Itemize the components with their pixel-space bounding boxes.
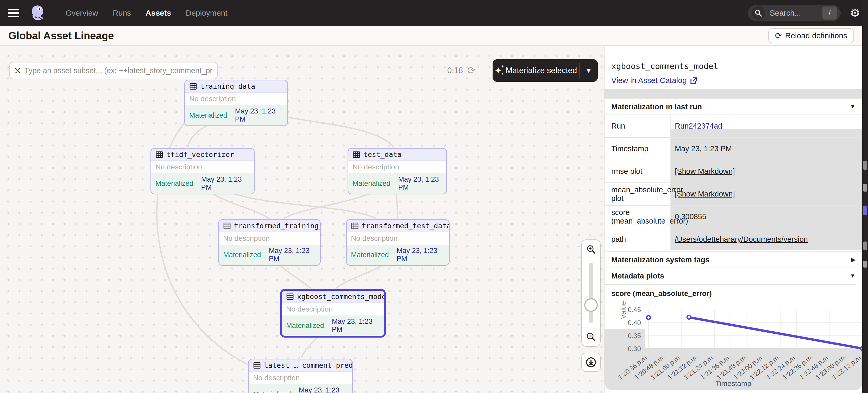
asset-node-tfidf-vectorizer[interactable]: tfidf_vectorizer No description Material…	[151, 148, 255, 194]
zoom-slider-track[interactable]	[589, 263, 593, 323]
sparkle-icon: ✦✦✦	[495, 66, 502, 75]
run-id-link[interactable]: 242374ad	[689, 122, 722, 130]
asset-node-status: Materialized	[253, 390, 291, 393]
section-materialization-last-run[interactable]: Materialization in last run ▼	[604, 98, 862, 114]
zoom-in-button[interactable]	[582, 240, 600, 259]
table-icon	[352, 151, 360, 159]
table-row-timestamp: Timestamp May 23, 1:23 PM	[604, 137, 862, 160]
table-icon	[155, 151, 163, 159]
asset-node-description: No description	[219, 232, 320, 244]
asset-subset-input[interactable]: Type an asset subset... (ex: ++latest_st…	[9, 62, 218, 79]
asset-node-transformed-training-data[interactable]: transformed_training_data No description…	[218, 219, 321, 266]
refresh-graph-icon[interactable]: ⟳	[467, 66, 475, 75]
search-shortcut-badge: /	[823, 6, 837, 20]
table-row-path: path /Users/odetteharary/Documents/versi…	[604, 228, 862, 250]
asset-node-status: Materialized	[223, 251, 261, 259]
asset-node-name: training_data	[200, 82, 255, 90]
show-markdown-link[interactable]: [Show Markdown]	[671, 160, 862, 183]
section-materialization-system-tags[interactable]: Materialization system tags ▶	[604, 252, 862, 267]
materialize-selected-button[interactable]: ✦✦✦ Materialize selected ▼	[493, 59, 598, 82]
view-in-asset-catalog-link[interactable]: View in Asset Catalog	[611, 76, 697, 85]
asset-node-status: Materialized	[155, 179, 193, 188]
refresh-timer: 0:18	[447, 66, 463, 75]
asset-node-description: No description	[151, 161, 254, 173]
asset-node-description: No description	[249, 372, 352, 384]
asset-lineage-graph: Type an asset subset... (ex: ++latest_st…	[0, 46, 604, 393]
page-header: Global Asset Lineage ⟳ Reload definition…	[0, 26, 868, 46]
asset-subset-placeholder: Type an asset subset... (ex: ++latest_st…	[25, 66, 212, 75]
refresh-icon: ⟳	[775, 32, 782, 40]
asset-graph-icon	[14, 66, 21, 75]
asset-node-description: No description	[348, 161, 446, 173]
dagster-logo[interactable]	[30, 4, 47, 22]
top-nav: Overview Runs Assets Deployment Search..…	[0, 0, 868, 26]
chart-y-tick: 0.35	[623, 332, 641, 340]
chart-plot-area	[645, 310, 862, 349]
asset-node-timestamp: May 23, 1:23 PM	[398, 175, 442, 192]
table-row-rmse-plot: rmse plot [Show Markdown]	[604, 160, 862, 183]
section-metadata-plots[interactable]: Metadata plots ▼	[604, 267, 862, 284]
page-title: Global Asset Lineage	[8, 30, 114, 42]
asset-node-description: No description	[347, 232, 449, 244]
table-icon	[253, 361, 261, 369]
asset-node-timestamp: May 23, 1:23 PM	[201, 175, 250, 192]
search-input[interactable]: Search... /	[748, 5, 841, 21]
external-link-icon	[690, 77, 697, 84]
asset-node-name: xgboost_comments_model	[297, 293, 386, 301]
asset-node-timestamp: May 23, 1:23 PM	[397, 247, 445, 263]
asset-node-name: tfidf_vectorizer	[166, 151, 234, 159]
asset-name-title: xgboost_comments_model	[611, 61, 718, 71]
chevron-down-icon: ▼	[850, 103, 856, 110]
plot-title: score (mean_absolute_error)	[604, 284, 856, 302]
table-row-mae-plot: mean_absolute_error plot [Show Markdown]	[604, 183, 862, 205]
graph-zoom-controls	[581, 239, 600, 347]
show-markdown-link[interactable]: [Show Markdown]	[671, 183, 862, 205]
chart-y-tick: 0.40	[623, 319, 641, 327]
download-graph-button[interactable]	[581, 353, 600, 372]
score-line-chart: Value Timestamp 0.450.400.350.301:20:36 …	[604, 302, 862, 393]
table-icon	[351, 222, 359, 230]
search-icon	[752, 6, 765, 20]
asset-node-description: No description	[282, 303, 384, 316]
asset-node-timestamp: May 23, 1:23 PM	[235, 107, 283, 123]
nav-tab-runs[interactable]: Runs	[113, 9, 131, 18]
zoom-out-button[interactable]	[582, 327, 600, 346]
chart-x-axis-label: Timestamp	[604, 380, 862, 388]
hamburger-menu-icon[interactable]	[8, 9, 19, 17]
nav-tab-overview[interactable]: Overview	[66, 9, 98, 18]
gear-icon[interactable]: ⚙	[850, 7, 860, 19]
path-link[interactable]: /Users/odetteharary/Documents/version	[671, 228, 862, 250]
asset-node-training-data[interactable]: training_data No description Materialize…	[184, 79, 288, 126]
asset-node-status: Materialized	[189, 111, 227, 120]
zoom-slider-handle[interactable]	[584, 298, 598, 312]
table-icon	[286, 293, 294, 301]
reload-definitions-button[interactable]: ⟳ Reload definitions	[768, 28, 854, 43]
search-placeholder: Search...	[770, 9, 823, 18]
asset-node-name: transformed_training_data	[234, 222, 321, 230]
chart-y-tick: 0.45	[623, 306, 641, 314]
table-icon	[223, 222, 231, 230]
chevron-right-icon: ▶	[851, 256, 856, 263]
asset-node-xgboost-comments-model[interactable]: xgboost_comments_model No description Ma…	[280, 289, 386, 337]
table-icon	[189, 83, 197, 90]
asset-node-name: transformed_test_data	[362, 222, 450, 230]
nav-tab-assets[interactable]: Assets	[146, 9, 171, 18]
asset-node-transformed-test-data[interactable]: transformed_test_data No description Mat…	[346, 219, 450, 266]
asset-node-description: No description	[185, 93, 287, 105]
asset-node-timestamp: May 23, 1:23 PM	[269, 247, 316, 263]
table-row-run: Run Run 242374ad	[604, 114, 862, 137]
zoom-slider	[582, 259, 600, 327]
chevron-down-icon: ▼	[850, 272, 856, 279]
asset-node-latest-comment-predictions[interactable]: latest_…_comment_predictions No descript…	[248, 359, 353, 393]
materialize-options-caret[interactable]: ▼	[580, 67, 598, 75]
asset-node-status: Materialized	[286, 322, 324, 330]
asset-node-name: test_data	[364, 151, 401, 159]
asset-node-status: Materialized	[352, 179, 391, 188]
metadata-table: Run Run 242374ad Timestamp May 23, 1:23 …	[604, 114, 862, 250]
asset-node-test-data[interactable]: test_data No description Materialized Ma…	[347, 148, 447, 194]
download-icon	[585, 357, 597, 368]
collapsed-panel-strip[interactable]	[862, 0, 868, 393]
nav-tabs: Overview Runs Assets Deployment	[66, 9, 227, 18]
loading-shimmer-band	[604, 89, 862, 98]
nav-tab-deployment[interactable]: Deployment	[186, 9, 227, 18]
